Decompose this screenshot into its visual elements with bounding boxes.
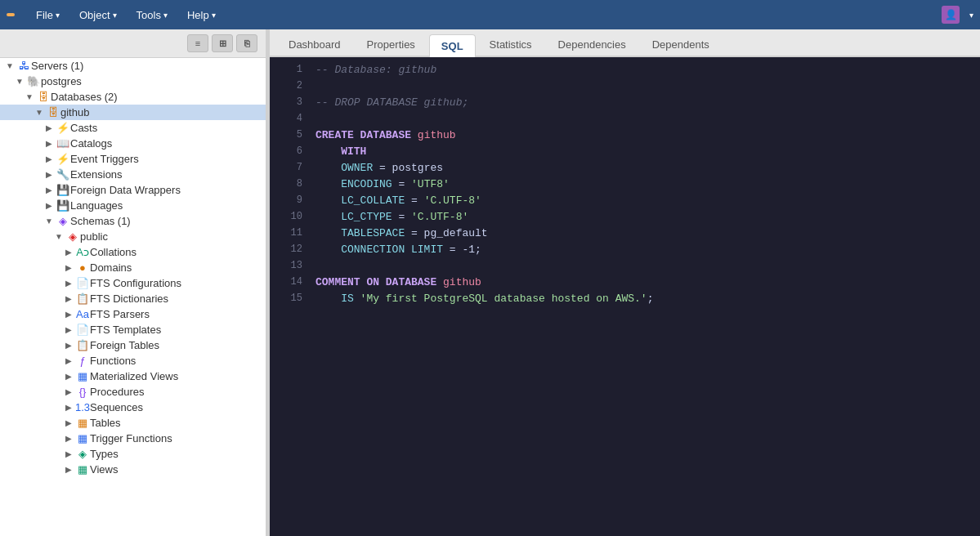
tree-toggle-types[interactable]: ▶ xyxy=(62,449,75,458)
tree-toggle-databases[interactable]: ▼ xyxy=(23,92,36,101)
tree-label-views: Views xyxy=(90,463,118,476)
tree-item-fts-parsers[interactable]: ▶AaFTS Parsers xyxy=(0,306,266,322)
tree-toggle-fts-parsers[interactable]: ▶ xyxy=(62,310,75,319)
tree-label-domains: Domains xyxy=(90,261,132,274)
tree-item-functions[interactable]: ▶ƒFunctions xyxy=(0,353,266,368)
tree-toggle-functions[interactable]: ▶ xyxy=(62,356,75,365)
tab-statistics[interactable]: Statistics xyxy=(477,33,544,56)
tree-toggle-materialized-views[interactable]: ▶ xyxy=(62,372,75,381)
tree-item-collations[interactable]: ▶AↄCollations xyxy=(0,244,266,260)
tree-item-trigger-functions[interactable]: ▶▦Trigger Functions xyxy=(0,431,266,446)
tree-item-event-triggers[interactable]: ▶⚡Event Triggers xyxy=(0,151,266,167)
tree-toggle-sequences[interactable]: ▶ xyxy=(62,403,75,412)
tree-toggle-extensions[interactable]: ▶ xyxy=(43,170,56,179)
tab-properties[interactable]: Properties xyxy=(355,33,427,56)
tree-toggle-schemas[interactable]: ▼ xyxy=(43,217,56,226)
tree-item-types[interactable]: ▶◈Types xyxy=(0,446,266,462)
sql-editor[interactable]: 1-- Database: github23-- DROP DATABASE g… xyxy=(270,57,980,536)
tree-item-materialized-views[interactable]: ▶▦Materialized Views xyxy=(0,368,266,384)
tree-item-public[interactable]: ▼◈public xyxy=(0,229,266,244)
tree-toggle-views[interactable]: ▶ xyxy=(62,465,75,474)
tree-label-event-triggers: Event Triggers xyxy=(70,153,139,165)
tree-icon-catalogs: 📖 xyxy=(56,137,70,150)
tree-item-casts[interactable]: ▶⚡Casts xyxy=(0,120,266,136)
tree-toggle-fts-configurations[interactable]: ▶ xyxy=(62,279,75,288)
line-number-7: 7 xyxy=(276,162,302,173)
tree-icon-event-triggers: ⚡ xyxy=(56,153,70,165)
object-arrow-icon: ▾ xyxy=(113,11,117,20)
line-number-10: 10 xyxy=(276,211,302,222)
tree-toggle-event-triggers[interactable]: ▶ xyxy=(43,154,56,163)
tree-toggle-casts[interactable]: ▶ xyxy=(43,123,56,132)
tree-toggle-procedures[interactable]: ▶ xyxy=(62,387,75,396)
tree-toggle-domains[interactable]: ▶ xyxy=(62,263,75,272)
tree-toggle-postgres[interactable]: ▼ xyxy=(13,77,26,86)
menu-help[interactable]: Help ▾ xyxy=(179,6,224,25)
tree-toggle-languages[interactable]: ▶ xyxy=(43,201,56,210)
tree-toggle-public[interactable]: ▼ xyxy=(52,232,65,241)
browser-icon-tree[interactable]: ≡ xyxy=(187,34,208,52)
tree-item-fts-configurations[interactable]: ▶📄FTS Configurations xyxy=(0,275,266,291)
tree-label-catalogs: Catalogs xyxy=(70,137,112,150)
tree-toggle-github[interactable]: ▼ xyxy=(33,108,46,117)
line-content-11: TABLESPACE = pg_default xyxy=(315,227,488,239)
line-content-12: CONNECTION LIMIT = -1; xyxy=(315,243,481,256)
topbar: File ▾ Object ▾ Tools ▾ Help ▾ 👤 ▾ xyxy=(0,0,980,29)
menu-tools[interactable]: Tools ▾ xyxy=(128,6,176,25)
tree-icon-collations: Aↄ xyxy=(75,246,90,258)
tab-sql[interactable]: SQL xyxy=(429,34,476,57)
tree-toggle-tables[interactable]: ▶ xyxy=(62,418,75,427)
tab-dashboard[interactable]: Dashboard xyxy=(276,33,353,56)
tree-item-views[interactable]: ▶▦Views xyxy=(0,462,266,477)
tree-item-extensions[interactable]: ▶🔧Extensions xyxy=(0,167,266,182)
sidebar: ≡ ⊞ ⎘ ▼🖧Servers (1)▼🐘postgres▼🗄Databases… xyxy=(0,29,266,536)
tree-toggle-catalogs[interactable]: ▶ xyxy=(43,139,56,148)
tree-item-databases[interactable]: ▼🗄Databases (2) xyxy=(0,89,266,105)
line-number-3: 3 xyxy=(276,96,302,108)
tree-item-foreign-tables[interactable]: ▶📋Foreign Tables xyxy=(0,337,266,353)
tree-icon-fts-dictionaries: 📋 xyxy=(75,293,90,305)
tree-item-foreign-data[interactable]: ▶💾Foreign Data Wrappers xyxy=(0,182,266,198)
tree-item-languages[interactable]: ▶💾Languages xyxy=(0,198,266,213)
tab-dependencies[interactable]: Dependencies xyxy=(546,33,638,56)
menu-file[interactable]: File ▾ xyxy=(28,6,68,25)
tree-item-fts-dictionaries[interactable]: ▶📋FTS Dictionaries xyxy=(0,291,266,306)
line-number-2: 2 xyxy=(276,80,302,92)
tree-item-catalogs[interactable]: ▶📖Catalogs xyxy=(0,136,266,151)
tree-label-trigger-functions: Trigger Functions xyxy=(90,432,172,444)
tree-item-sequences[interactable]: ▶1.3Sequences xyxy=(0,400,266,415)
tools-arrow-icon: ▾ xyxy=(163,11,168,20)
menu-object[interactable]: Object ▾ xyxy=(71,6,125,25)
line-number-6: 6 xyxy=(276,145,302,157)
tree-icon-types: ◈ xyxy=(75,448,90,460)
line-number-1: 1 xyxy=(276,64,302,75)
tree-toggle-fts-dictionaries[interactable]: ▶ xyxy=(62,294,75,303)
tree-toggle-fts-templates[interactable]: ▶ xyxy=(62,325,75,334)
tree-toggle-servers[interactable]: ▼ xyxy=(3,61,16,70)
tree-item-procedures[interactable]: ▶{}Procedures xyxy=(0,384,266,400)
tree-icon-schemas: ◈ xyxy=(56,215,70,227)
tree-label-sequences: Sequences xyxy=(90,401,143,413)
tree-toggle-foreign-data[interactable]: ▶ xyxy=(43,185,56,194)
tree-item-servers[interactable]: ▼🖧Servers (1) xyxy=(0,58,266,74)
tree-toggle-trigger-functions[interactable]: ▶ xyxy=(62,434,75,443)
tree-item-tables[interactable]: ▶▦Tables xyxy=(0,415,266,431)
tree-item-schemas[interactable]: ▼◈Schemas (1) xyxy=(0,213,266,229)
line-content-10: LC_CTYPE = 'C.UTF-8' xyxy=(315,211,468,223)
tab-dependents[interactable]: Dependents xyxy=(640,33,722,56)
tree-icon-trigger-functions: ▦ xyxy=(75,432,90,444)
tree-toggle-collations[interactable]: ▶ xyxy=(62,248,75,257)
tree-label-public: public xyxy=(80,230,108,243)
browser-icon-copy[interactable]: ⎘ xyxy=(236,34,257,52)
user-info[interactable]: 👤 ▾ xyxy=(942,6,973,24)
tree-item-domains[interactable]: ▶●Domains xyxy=(0,260,266,275)
user-avatar-icon: 👤 xyxy=(942,6,960,24)
tree-label-languages: Languages xyxy=(70,199,123,212)
tree-item-postgres[interactable]: ▼🐘postgres xyxy=(0,74,266,89)
tree-icon-github: 🗄 xyxy=(46,106,60,118)
tree-item-fts-templates[interactable]: ▶📄FTS Templates xyxy=(0,322,266,337)
tree-toggle-foreign-tables[interactable]: ▶ xyxy=(62,341,75,350)
tree-item-github[interactable]: ▼🗄github xyxy=(0,105,266,120)
file-tree: ▼🖧Servers (1)▼🐘postgres▼🗄Databases (2)▼🗄… xyxy=(0,58,266,536)
browser-icon-grid[interactable]: ⊞ xyxy=(212,34,233,52)
